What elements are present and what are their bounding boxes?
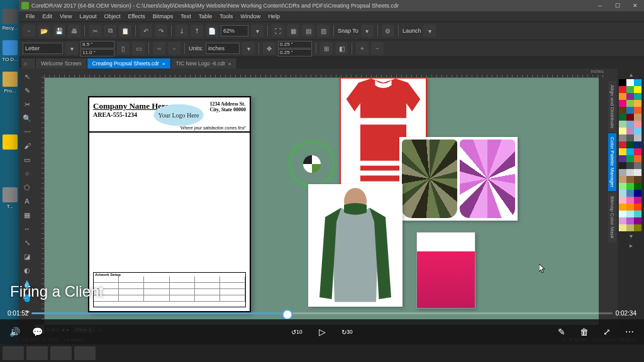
- print-button[interactable]: 🖶: [68, 25, 80, 37]
- color-swatch[interactable]: [619, 107, 626, 114]
- dimension-tool[interactable]: ↔: [19, 222, 35, 236]
- dup-distance-button[interactable]: ⊞: [320, 42, 333, 55]
- ellipse-tool[interactable]: ○: [19, 167, 35, 180]
- menu-layout[interactable]: Layout: [76, 13, 99, 20]
- current-page-button[interactable]: ▫: [168, 42, 180, 55]
- desktop-icon-todo[interactable]: TO D...: [1, 40, 19, 62]
- menu-tools[interactable]: Tools: [216, 13, 236, 20]
- color-swatch[interactable]: [634, 107, 641, 114]
- color-swatch[interactable]: [634, 197, 641, 204]
- paste-button[interactable]: 📋: [119, 25, 131, 37]
- color-swatch[interactable]: [626, 183, 634, 190]
- color-swatch[interactable]: [626, 224, 634, 231]
- mermaid-blanket-image[interactable]: [416, 232, 475, 309]
- color-swatch[interactable]: [634, 121, 641, 128]
- color-swatch[interactable]: [619, 121, 626, 128]
- menu-window[interactable]: Window: [237, 13, 264, 20]
- color-swatch[interactable]: [619, 169, 626, 176]
- menu-help[interactable]: Help: [265, 13, 283, 20]
- color-swatch[interactable]: [619, 155, 626, 162]
- portrait-button[interactable]: ▯: [117, 42, 130, 55]
- color-swatch[interactable]: [634, 190, 641, 197]
- color-swatch[interactable]: [634, 224, 641, 231]
- task-item[interactable]: [26, 346, 48, 360]
- docker-colormask[interactable]: Bitmap Color Mask: [608, 192, 616, 243]
- drawing-canvas[interactable]: Company Name Here AREA-555-1234 Your Log…: [44, 77, 606, 325]
- camo-shirts-image[interactable]: [399, 137, 518, 221]
- add-preset-button[interactable]: ＋: [356, 42, 369, 55]
- menu-edit[interactable]: Edit: [40, 13, 56, 20]
- minimize-button[interactable]: ─: [591, 0, 609, 11]
- color-swatch[interactable]: [619, 162, 626, 169]
- snap-dropdown[interactable]: ▾: [361, 25, 374, 37]
- artistic-media-tool[interactable]: 🖌: [19, 139, 35, 153]
- table-tool[interactable]: ▦: [19, 208, 35, 222]
- desktop-icon-folder[interactable]: T...: [1, 187, 19, 209]
- page-tab-1[interactable]: Page 1: [72, 326, 95, 333]
- welcome-tab[interactable]: Welcome Screen: [36, 58, 87, 69]
- delete-preset-button[interactable]: －: [371, 42, 384, 55]
- export-button[interactable]: ⤒: [191, 25, 203, 37]
- transparency-tool[interactable]: ◐: [19, 263, 35, 277]
- color-swatch[interactable]: [626, 211, 634, 217]
- preset-dropdown[interactable]: ▾: [65, 42, 78, 55]
- color-swatch[interactable]: [626, 134, 634, 141]
- zoom-dropdown[interactable]: ▾: [251, 25, 264, 37]
- color-swatch[interactable]: [619, 190, 626, 197]
- units-select[interactable]: [206, 43, 240, 54]
- color-swatch[interactable]: [626, 100, 634, 107]
- color-swatch[interactable]: [619, 100, 626, 107]
- color-swatch[interactable]: [619, 204, 626, 211]
- crop-tool[interactable]: ✂: [19, 97, 35, 111]
- fill-tool[interactable]: 🪣: [19, 291, 35, 305]
- color-swatch[interactable]: [634, 183, 641, 190]
- color-swatch[interactable]: [634, 162, 641, 169]
- color-swatch[interactable]: [619, 148, 626, 155]
- palette-flyout[interactable]: ▸: [619, 241, 643, 250]
- color-swatch[interactable]: [626, 190, 634, 197]
- proposal-sheet[interactable]: Company Name Here AREA-555-1234 Your Log…: [88, 96, 251, 312]
- rulers-button[interactable]: ▦: [287, 25, 299, 37]
- import-button[interactable]: ⤓: [175, 25, 188, 37]
- color-swatch[interactable]: [619, 93, 626, 100]
- zoom-input[interactable]: [221, 25, 248, 36]
- desktop-icon-recycle[interactable]: Recy...: [1, 9, 19, 31]
- color-swatch[interactable]: [619, 197, 626, 204]
- landscape-button[interactable]: ▭: [132, 42, 145, 55]
- menu-view[interactable]: View: [57, 13, 75, 20]
- color-swatch[interactable]: [626, 148, 634, 155]
- pick-tool[interactable]: ↖: [19, 70, 35, 84]
- training-logo[interactable]: Training In Corel: [289, 141, 335, 187]
- color-swatch[interactable]: [626, 107, 634, 114]
- color-swatch[interactable]: [626, 141, 634, 148]
- page-navigator[interactable]: 1 of 1 ◂▸ Page 1 ＋: [44, 325, 606, 334]
- shape-tool[interactable]: ✎: [19, 84, 35, 97]
- active-document-tab[interactable]: Creating Propsal Sheets.cdr×: [87, 58, 171, 69]
- vertical-ruler[interactable]: [35, 77, 45, 325]
- launch-dropdown[interactable]: ▾: [423, 25, 436, 37]
- palette-down[interactable]: ▾: [619, 231, 643, 241]
- color-swatch[interactable]: [634, 86, 641, 93]
- undo-button[interactable]: ↶: [140, 25, 152, 37]
- document-tab-2[interactable]: TIC New Logo -6.cdr×: [171, 58, 237, 69]
- color-swatch[interactable]: [619, 128, 626, 134]
- guides-button[interactable]: ▥: [317, 25, 330, 37]
- color-swatch[interactable]: [634, 134, 641, 141]
- task-item[interactable]: [74, 346, 96, 360]
- task-item[interactable]: [50, 346, 72, 360]
- color-swatch[interactable]: [634, 128, 641, 134]
- dropshadow-tool[interactable]: ◪: [19, 250, 35, 263]
- menu-bitmaps[interactable]: Bitmaps: [150, 13, 177, 20]
- color-swatch[interactable]: [634, 211, 641, 217]
- color-swatch[interactable]: [626, 176, 634, 183]
- publish-button[interactable]: 📄: [206, 25, 218, 37]
- home-tab[interactable]: ⌂: [21, 58, 36, 69]
- new-button[interactable]: ▫: [23, 25, 35, 37]
- color-swatch[interactable]: [634, 79, 641, 86]
- zoom-tool[interactable]: 🔍: [19, 111, 35, 125]
- rectangle-tool[interactable]: ▭: [19, 153, 35, 167]
- freehand-tool[interactable]: 〰: [19, 125, 35, 139]
- menu-effects[interactable]: Effects: [125, 13, 148, 20]
- color-swatch[interactable]: [619, 86, 626, 93]
- color-swatch[interactable]: [626, 79, 634, 86]
